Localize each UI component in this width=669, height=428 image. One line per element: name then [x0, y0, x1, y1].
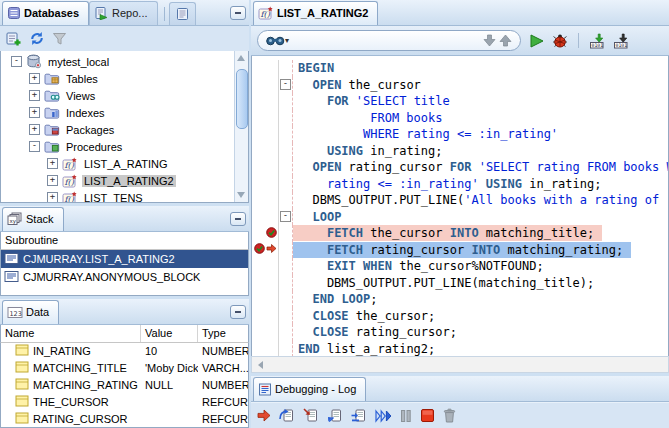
tab-stack[interactable]: xy Stack [2, 207, 64, 231]
code-line-9[interactable]: DBMS_OUTPUT.PUT_LINE('All books with a r… [252, 192, 668, 209]
fold-gutter[interactable] [278, 143, 293, 160]
expand-icon[interactable]: + [47, 192, 58, 202]
step-over-button[interactable] [279, 408, 295, 423]
stack-minimize-button[interactable] [230, 212, 246, 226]
fold-gutter[interactable] [278, 176, 293, 193]
data-row[interactable]: MATCHING_TITLE'Moby Dick'VARCH... [1, 360, 248, 377]
tree-node-mytest_local[interactable]: -mytest_local [1, 53, 234, 70]
tab-reports[interactable]: Repo... [89, 1, 157, 25]
breakpoint-gutter[interactable] [252, 258, 278, 275]
expand-icon[interactable]: + [47, 175, 58, 186]
code-line-16[interactable]: CLOSE the_cursor; [252, 308, 668, 325]
step-to-end-button[interactable] [351, 408, 367, 423]
compile-button[interactable]: 0101 [613, 33, 629, 49]
tree-node-list_tens[interactable]: +f()LIST_TENS [1, 189, 234, 202]
fold-gutter[interactable] [278, 60, 293, 77]
data-minimize-button[interactable] [230, 305, 246, 319]
tree-node-list_a_rating[interactable]: +f()LIST_A_RATING [1, 155, 234, 172]
clear-log-button[interactable] [443, 408, 456, 423]
column-header-type[interactable]: Type [198, 325, 248, 342]
code-line-6[interactable]: USING in_rating; [252, 143, 668, 160]
find-execution-point-button[interactable] [257, 409, 271, 422]
terminate-button[interactable] [420, 408, 435, 423]
fold-gutter[interactable] [278, 225, 293, 242]
code-line-15[interactable]: END LOOP; [252, 291, 668, 308]
tree-node-tables[interactable]: +Tables [1, 70, 234, 87]
breakpoint-gutter[interactable] [252, 159, 278, 176]
fold-gutter[interactable] [278, 159, 293, 176]
fold-gutter[interactable] [278, 324, 293, 341]
expand-icon[interactable]: + [47, 158, 58, 169]
tab-list-a-rating2[interactable]: f() LIST_A_RATING2 [253, 1, 378, 25]
breakpoint-gutter[interactable] [252, 308, 278, 325]
tree-node-procedures[interactable]: -Procedures [1, 138, 234, 155]
breakpoint-gutter[interactable] [252, 126, 278, 143]
breakpoint-gutter[interactable] [252, 176, 278, 193]
scroll-thumb[interactable] [236, 69, 248, 129]
scroll-left-icon[interactable] [252, 357, 268, 372]
search-dropdown[interactable]: ▾ [266, 34, 289, 47]
breakpoint-gutter[interactable] [252, 242, 278, 259]
breakpoint-gutter[interactable] [252, 77, 278, 94]
code-line-8[interactable]: rating <= :in_rating' USING in_rating; [252, 176, 668, 193]
code-editor[interactable]: BEGIN- OPEN the_cursor FOR 'SELECT title… [251, 56, 669, 356]
tab-data[interactable]: 123 Data [2, 300, 59, 324]
step-out-button[interactable] [327, 408, 343, 423]
add-connection-button[interactable] [6, 31, 22, 46]
tree-node-indexes[interactable]: +Indexes [1, 104, 234, 121]
code-line-14[interactable]: DBMS_OUTPUT.PUT_LINE(matching_title); [252, 275, 668, 292]
code-line-10[interactable]: - LOOP [252, 209, 668, 226]
code-line-4[interactable]: FROM books [252, 110, 668, 127]
code-line-5[interactable]: WHERE rating <= :in_rating' [252, 126, 668, 143]
databases-minimize-button[interactable] [230, 6, 246, 20]
breakpoint-gutter[interactable] [252, 60, 278, 77]
code-line-3[interactable]: FOR 'SELECT title [252, 93, 668, 110]
fold-gutter[interactable]: - [278, 77, 293, 94]
tab-databases[interactable]: Databases [2, 1, 89, 25]
refresh-button[interactable] [29, 31, 45, 46]
breakpoint-gutter[interactable] [252, 291, 278, 308]
fold-gutter[interactable] [278, 192, 293, 209]
fold-gutter[interactable] [278, 308, 293, 325]
stack-frame-row[interactable]: CJMURRAY.ANONYMOUS_BLOCK [1, 268, 248, 286]
breakpoint-gutter[interactable] [252, 209, 278, 226]
fold-gutter[interactable] [278, 291, 293, 308]
scroll-down-icon[interactable] [237, 192, 245, 198]
filter-button[interactable] [52, 32, 67, 45]
code-line-11[interactable]: FETCH the_cursor INTO matching_title; [252, 225, 668, 242]
data-row[interactable]: RATING_CURSORREFCUR... [1, 410, 248, 427]
stack-frame-row[interactable]: CJMURRAY.LIST_A_RATING2 [1, 250, 248, 268]
code-line-12[interactable]: FETCH rating_cursor INTO matching_rating… [252, 242, 668, 259]
column-header-value[interactable]: Value [141, 325, 198, 342]
find-next-button[interactable] [499, 34, 512, 47]
breakpoint-gutter[interactable] [252, 192, 278, 209]
data-row[interactable]: MATCHING_RATINGNULLNUMBER [1, 377, 248, 394]
fold-gutter[interactable]: - [278, 209, 293, 226]
fold-gutter[interactable] [278, 275, 293, 292]
tab-extra-page[interactable] [169, 2, 196, 25]
editor-hscrollbar[interactable] [251, 356, 669, 373]
code-line-1[interactable]: BEGIN [252, 60, 668, 77]
breakpoint-gutter[interactable] [252, 324, 278, 341]
step-into-button[interactable] [303, 408, 319, 423]
breakpoint-gutter[interactable] [252, 275, 278, 292]
fold-collapse-icon[interactable]: - [280, 79, 291, 90]
expand-icon[interactable]: + [29, 90, 40, 101]
breakpoint-gutter[interactable] [252, 225, 278, 242]
scroll-track[interactable] [268, 357, 668, 372]
pause-button[interactable] [400, 409, 412, 423]
fold-gutter[interactable] [278, 93, 293, 110]
tree-node-views[interactable]: +Views [1, 87, 234, 104]
debug-button[interactable] [552, 33, 568, 48]
breakpoint-icon[interactable] [266, 227, 277, 240]
tree-scrollbar[interactable] [234, 51, 248, 202]
fold-gutter[interactable] [278, 110, 293, 127]
fold-gutter[interactable] [278, 242, 293, 259]
breakpoint-icon[interactable] [254, 243, 265, 256]
breakpoint-gutter[interactable] [252, 341, 278, 357]
fold-collapse-icon[interactable]: - [280, 211, 291, 222]
breakpoint-gutter[interactable] [252, 143, 278, 160]
breakpoint-gutter[interactable] [252, 93, 278, 110]
fold-gutter[interactable] [278, 258, 293, 275]
scroll-up-icon[interactable] [237, 55, 245, 61]
